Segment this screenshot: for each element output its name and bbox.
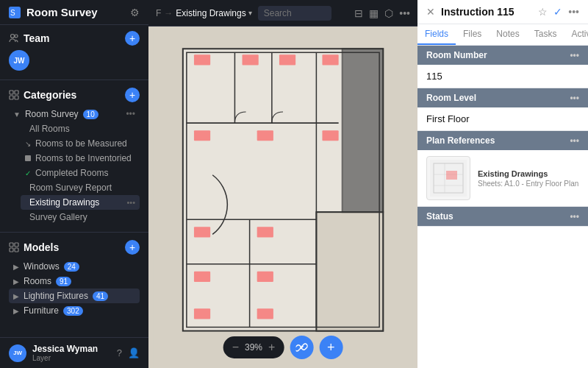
toolbar-icons: ⊟ ▦ ⬡ •••	[354, 7, 410, 19]
more-icon[interactable]: •••	[399, 7, 410, 19]
search-input[interactable]	[258, 6, 331, 21]
zoom-in-button[interactable]: +	[268, 341, 275, 354]
field-room-level-header: Room Level •••	[417, 88, 588, 107]
check-circle-icon[interactable]: ✓	[553, 6, 562, 18]
gear-icon[interactable]: ⚙	[130, 7, 140, 18]
nav-item-room-survey[interactable]: ▼ Room Survey 10 •••	[9, 107, 140, 121]
model-item-lighting[interactable]: ▶ Lighting Fixtures 41	[9, 289, 140, 303]
breadcrumb-current[interactable]: Existing Drawings ▾	[176, 8, 251, 18]
svg-rect-7	[15, 96, 18, 99]
svg-rect-34	[194, 272, 210, 282]
field-room-level: Room Level ••• First Floor	[417, 88, 588, 131]
tab-files[interactable]: Files	[456, 24, 489, 45]
avatar: JW	[9, 50, 29, 71]
sub-item-report[interactable]: Room Survey Report	[21, 180, 140, 195]
plan-ref-content: Existing Drawings Sheets: A1.0 - Entry F…	[417, 150, 588, 206]
sub-item-completed-rooms[interactable]: ✓ Completed Rooms	[21, 166, 140, 180]
add-button[interactable]: +	[319, 336, 343, 359]
svg-rect-33	[257, 227, 273, 237]
add-category-button[interactable]: +	[125, 88, 140, 102]
svg-rect-15	[343, 49, 383, 212]
sub-item-rooms-inventoried[interactable]: Rooms to be Inventoried	[21, 151, 140, 166]
instruction-title: Instruction 115	[441, 6, 532, 18]
categories-header: Categories +	[9, 88, 140, 102]
svg-rect-8	[10, 243, 13, 247]
svg-rect-37	[257, 308, 273, 319]
svg-rect-28	[322, 54, 338, 65]
user-icon[interactable]: 👤	[128, 347, 140, 358]
sub-item-rooms-measured[interactable]: ↘ Rooms to be Measured	[21, 136, 140, 151]
right-panel: ✕ Instruction 115 ☆ ✓ ••• Fields Files N…	[417, 0, 588, 368]
models-section: Models + ▶ Windows 24 ▶ Rooms 91 ▶ Light…	[0, 236, 148, 322]
app-icon: S	[9, 7, 21, 18]
svg-rect-43	[446, 171, 457, 180]
plan-ref-sub: Sheets: A1.0 - Entry Floor Plan	[478, 180, 578, 188]
team-header: Team +	[9, 31, 140, 46]
add-model-button[interactable]: +	[125, 240, 140, 255]
plan-thumbnail[interactable]	[426, 156, 470, 200]
model-item-rooms[interactable]: ▶ Rooms 91	[9, 274, 140, 289]
star-icon[interactable]: ☆	[538, 6, 548, 18]
tab-tasks[interactable]: Tasks	[527, 24, 564, 45]
help-icon[interactable]: ?	[117, 347, 122, 358]
field-room-number: Room Number ••• 115	[417, 46, 588, 88]
bottom-toolbar: − 39% + +	[223, 336, 343, 359]
panel-more-icon[interactable]: •••	[568, 6, 579, 18]
svg-rect-26	[243, 54, 259, 65]
field-plan-references-dots[interactable]: •••	[570, 135, 579, 146]
sidebar-footer: JW Jessica Wyman Layer ? 👤	[0, 337, 148, 368]
team-section: Team + JW	[0, 25, 148, 77]
close-button[interactable]: ✕	[426, 6, 435, 18]
nav-dots-room-survey[interactable]: •••	[126, 109, 135, 119]
field-room-number-value: 115	[417, 65, 588, 88]
existing-drawings-dots[interactable]: •••	[126, 198, 135, 207]
svg-rect-36	[194, 308, 210, 319]
add-team-button[interactable]: +	[125, 31, 140, 46]
center-panel: F → Existing Drawings ▾ ⊟ ▦ ⬡ •••	[148, 0, 417, 368]
zoom-out-button[interactable]: −	[232, 341, 239, 354]
field-status-header: Status •••	[417, 207, 588, 226]
plan-ref-info: Existing Drawings Sheets: A1.0 - Entry F…	[478, 169, 578, 188]
footer-user: JW Jessica Wyman Layer	[9, 344, 98, 362]
zoom-control: − 39% +	[223, 336, 284, 358]
sub-item-existing-drawings[interactable]: Existing Drawings •••	[21, 195, 140, 210]
svg-rect-31	[322, 130, 338, 141]
models-title: Models	[9, 241, 59, 253]
svg-rect-25	[194, 54, 210, 65]
tab-activity[interactable]: Activity	[564, 24, 588, 45]
svg-rect-10	[10, 248, 13, 252]
sidebar-header: S Room Survey ⚙	[0, 0, 148, 25]
divider-1	[0, 79, 148, 80]
sub-item-gallery[interactable]: Survey Gallery	[21, 210, 140, 224]
svg-rect-29	[194, 130, 210, 141]
sub-item-all-rooms[interactable]: All Rooms	[21, 121, 140, 136]
field-room-number-dots[interactable]: •••	[570, 50, 579, 60]
team-title: Team	[9, 32, 50, 44]
sidebar-header-left: S Room Survey	[9, 6, 98, 18]
filter-icon[interactable]: ⊟	[354, 7, 363, 19]
grid-icon[interactable]: ▦	[369, 7, 379, 19]
svg-rect-6	[10, 96, 13, 99]
svg-rect-5	[15, 91, 18, 94]
field-status-dots[interactable]: •••	[570, 211, 579, 222]
model-item-windows[interactable]: ▶ Windows 24	[9, 259, 140, 274]
right-panel-header: ✕ Instruction 115 ☆ ✓ •••	[417, 0, 588, 24]
floor-plan-area: − 39% + +	[148, 26, 417, 368]
svg-point-2	[11, 35, 15, 38]
link-button[interactable]	[290, 336, 313, 359]
field-plan-references-header: Plan References •••	[417, 131, 588, 150]
model-item-furniture[interactable]: ▶ Furniture 302	[9, 303, 140, 318]
breadcrumb-home[interactable]: F	[156, 8, 161, 18]
breadcrumb: F → Existing Drawings ▾	[156, 8, 252, 18]
footer-avatar: JW	[9, 344, 26, 362]
svg-rect-14	[316, 212, 383, 330]
field-status: Status •••	[417, 207, 588, 227]
tab-notes[interactable]: Notes	[489, 24, 526, 45]
svg-rect-11	[15, 248, 18, 252]
categories-section: Categories + ▼ Room Survey 10 ••• All Ro…	[0, 83, 148, 229]
tab-fields[interactable]: Fields	[417, 24, 456, 45]
share-icon[interactable]: ⬡	[384, 7, 393, 19]
footer-name: Jessica Wyman	[32, 344, 98, 354]
field-room-level-dots[interactable]: •••	[570, 93, 579, 103]
footer-icons: ? 👤	[117, 347, 140, 358]
